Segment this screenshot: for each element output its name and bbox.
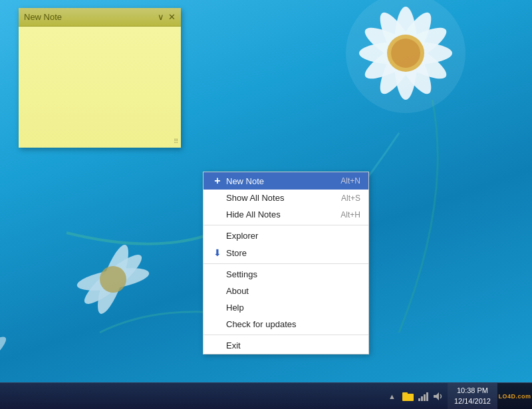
- sticky-note-controls: ∨ ✕: [158, 12, 176, 22]
- svg-point-4: [359, 19, 452, 86]
- taskbar-logo: LO4D.com: [497, 383, 532, 410]
- svg-rect-17: [402, 392, 408, 395]
- svg-point-7: [391, 39, 420, 68]
- menu-item-store[interactable]: ⬇Store: [203, 244, 368, 261]
- plus-icon: +: [214, 176, 220, 186]
- menu-item-about-label: About: [225, 286, 360, 296]
- svg-rect-20: [424, 394, 426, 401]
- sticky-note: New Note ∨ ✕ ⠿: [19, 8, 181, 148]
- menu-item-new-note[interactable]: +New NoteAlt+N: [203, 172, 368, 190]
- menu-item-exit-label: Exit: [225, 341, 360, 350]
- sticky-note-resize-handle[interactable]: ⠿: [174, 138, 178, 145]
- sticky-note-title: New Note: [24, 12, 158, 22]
- menu-separator: [203, 335, 368, 335]
- menu-item-show-all-notes[interactable]: Show All NotesAlt+S: [203, 190, 368, 206]
- svg-point-0: [394, 7, 418, 100]
- taskbar-clock[interactable]: 10:38 PM 12/14/2012: [448, 383, 497, 409]
- context-menu: +New NoteAlt+NShow All NotesAlt+SHide Al…: [203, 172, 369, 354]
- menu-item-store-label: Store: [225, 248, 360, 258]
- svg-rect-18: [418, 398, 420, 401]
- taskbar-date: 12/14/2012: [454, 396, 491, 406]
- svg-point-3: [359, 41, 452, 65]
- menu-item-show-all-notes-shortcut: Alt+S: [328, 194, 360, 203]
- menu-item-help[interactable]: Help: [203, 299, 368, 316]
- menu-item-explorer[interactable]: Explorer: [203, 227, 368, 244]
- svg-rect-21: [426, 392, 428, 401]
- svg-point-6: [387, 35, 424, 72]
- menu-item-about[interactable]: About: [203, 283, 368, 299]
- menu-item-check-updates[interactable]: Check for updates: [203, 316, 368, 333]
- menu-separator: [203, 225, 368, 225]
- sticky-note-close-btn[interactable]: ✕: [168, 12, 176, 22]
- menu-item-hide-all-notes[interactable]: Hide All NotesAlt+H: [203, 206, 368, 223]
- taskbar-time: 10:38 PM: [457, 386, 488, 396]
- svg-point-2: [359, 19, 452, 86]
- sticky-note-titlebar: New Note ∨ ✕: [19, 8, 181, 27]
- menu-item-explorer-label: Explorer: [225, 231, 360, 241]
- menu-item-new-note-shortcut: Alt+N: [327, 176, 360, 186]
- svg-point-9: [79, 249, 147, 310]
- svg-point-15: [346, 0, 466, 113]
- menu-item-new-note-icon: +: [210, 176, 225, 186]
- menu-item-settings[interactable]: Settings: [203, 266, 368, 283]
- taskbar-network-icon[interactable]: [417, 390, 429, 402]
- menu-item-exit[interactable]: Exit: [203, 337, 368, 354]
- taskbar: ▲: [0, 382, 532, 409]
- svg-marker-22: [434, 392, 439, 400]
- taskbar-folder-icon[interactable]: [402, 390, 414, 402]
- svg-rect-19: [421, 396, 423, 401]
- svg-point-14: [0, 332, 11, 387]
- menu-item-check-updates-label: Check for updates: [225, 319, 360, 329]
- svg-point-5: [372, 7, 439, 99]
- menu-item-help-label: Help: [225, 303, 360, 313]
- taskbar-system-tray: [398, 390, 448, 402]
- taskbar-right: ▲: [386, 383, 532, 409]
- menu-item-new-note-label: New Note: [225, 176, 327, 186]
- menu-item-hide-all-notes-label: Hide All Notes: [225, 209, 327, 219]
- svg-point-8: [92, 242, 134, 317]
- menu-item-store-icon: ⬇: [210, 247, 225, 258]
- store-download-icon: ⬇: [213, 247, 221, 258]
- menu-item-show-all-notes-label: Show All Notes: [225, 193, 328, 203]
- sticky-note-body[interactable]: ⠿: [19, 27, 181, 148]
- menu-separator: [203, 263, 368, 264]
- svg-point-11: [100, 266, 126, 293]
- taskbar-volume-icon[interactable]: [432, 390, 444, 402]
- svg-point-1: [372, 7, 439, 99]
- taskbar-tray-arrow[interactable]: ▲: [386, 392, 398, 400]
- menu-item-hide-all-notes-shortcut: Alt+H: [327, 210, 360, 219]
- menu-item-settings-label: Settings: [225, 269, 360, 279]
- svg-point-10: [75, 264, 150, 295]
- sticky-note-minimize-btn[interactable]: ∨: [158, 12, 164, 22]
